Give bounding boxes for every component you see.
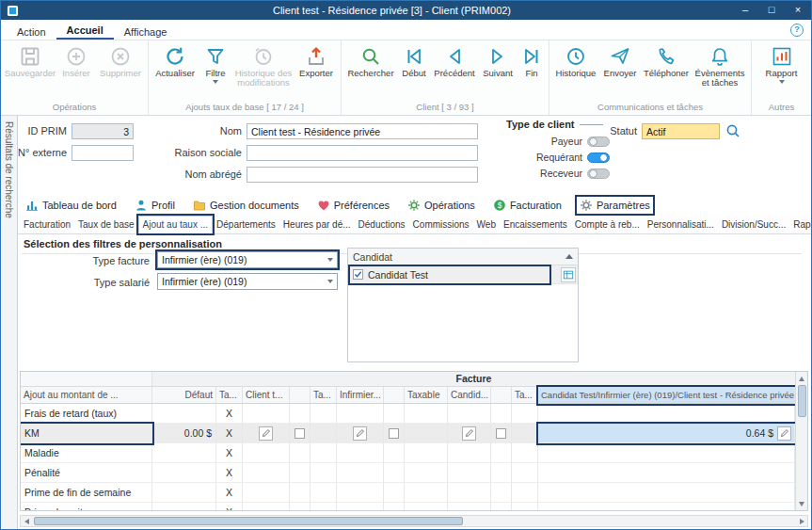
no-externe-field[interactable]: [72, 145, 134, 161]
grid-layout-icon[interactable]: [561, 267, 576, 282]
candidat-taxable-checkbox[interactable]: [496, 428, 506, 439]
client-taxable-checkbox[interactable]: [295, 428, 305, 439]
receveur-toggle[interactable]: [587, 169, 610, 179]
subtab-departements[interactable]: Départements: [213, 217, 279, 233]
report-button[interactable]: Rapport: [760, 43, 804, 84]
nom-field[interactable]: [247, 123, 478, 139]
column-header-spacer-1[interactable]: [290, 387, 310, 404]
table-row-prime-fin-semaine[interactable]: Prime de fin de semaine X: [21, 483, 795, 503]
table-row-prime-de-nuit[interactable]: Prime de nuit X: [21, 503, 795, 510]
band-spacer: [21, 372, 152, 386]
tab-tableau-de-bord[interactable]: Tableau de bord: [23, 197, 119, 214]
menu-tab-action[interactable]: Action: [7, 24, 56, 40]
filter-button[interactable]: Filtre: [199, 43, 232, 84]
column-header-defaut[interactable]: Défaut: [152, 387, 216, 404]
column-header-taxable-2[interactable]: Ta...: [310, 387, 337, 404]
edit-infirmier-value-icon[interactable]: [353, 426, 367, 441]
statut-search-icon[interactable]: [724, 122, 741, 139]
requerant-label: Requérant: [515, 150, 582, 166]
table-row-penalite[interactable]: Pénalité X: [21, 463, 795, 483]
history-modifications-button[interactable]: Historique des modifications: [232, 43, 295, 88]
subtab-taux-de-base[interactable]: Taux de base: [74, 217, 138, 233]
save-button[interactable]: Sauvegarder: [4, 43, 56, 78]
subtab-encaissements[interactable]: Encaissements: [500, 217, 571, 233]
subtab-compte-a-rebours[interactable]: Compte à reb...: [571, 217, 644, 233]
refresh-button[interactable]: Actualiser: [151, 43, 199, 78]
subtab-facturation[interactable]: Facturation: [20, 217, 74, 233]
scroll-left-icon[interactable]: [21, 516, 32, 526]
chevron-down-icon: [213, 80, 218, 84]
delete-button[interactable]: Supprimer: [96, 43, 145, 78]
subtab-commissions[interactable]: Commissions: [409, 217, 473, 233]
column-header-taxable-1[interactable]: Ta...: [216, 387, 243, 404]
tab-gestion-documents[interactable]: Gestion documents: [190, 197, 302, 214]
minimize-button[interactable]: –: [732, 1, 758, 20]
column-header-client[interactable]: Client t...: [243, 387, 290, 404]
maximize-button[interactable]: □: [758, 1, 785, 20]
tab-facturation[interactable]: $ Facturation: [490, 197, 565, 214]
history-button[interactable]: Historique: [552, 43, 599, 78]
table-row-km[interactable]: KM 0.00 $ X 0.64 $: [21, 424, 795, 443]
column-header-infirmier[interactable]: Infirmier...: [337, 387, 384, 404]
edit-client-value-icon[interactable]: [259, 426, 273, 441]
scroll-right-icon[interactable]: [796, 516, 807, 526]
type-salarie-select[interactable]: Infirmier (ère) (019): [157, 273, 338, 290]
scroll-up-icon[interactable]: [796, 373, 807, 384]
subtab-deductions[interactable]: Déductions: [355, 217, 409, 233]
insert-button[interactable]: Insérer: [56, 43, 96, 78]
candidat-checkbox[interactable]: [353, 269, 363, 280]
subtab-heures-par-departement[interactable]: Heures par dé...: [279, 217, 355, 233]
subtab-personnalisation[interactable]: Personnalisati...: [644, 217, 718, 233]
search-results-panel-tab[interactable]: Résultats de recherche: [1, 116, 18, 529]
send-button[interactable]: Envoyer: [599, 43, 641, 78]
edit-candidat-value-icon[interactable]: [462, 426, 476, 441]
table-row-frais-de-retard[interactable]: Frais de retard (taux) X: [21, 404, 795, 424]
horizontal-scrollbar-thumb[interactable]: [34, 517, 463, 525]
export-button[interactable]: Exporter: [295, 43, 338, 78]
requerant-toggle[interactable]: [587, 153, 610, 163]
nom-abrege-field[interactable]: [247, 167, 478, 183]
menu-tab-affichage[interactable]: Affichage: [114, 24, 178, 40]
phone-button[interactable]: Téléphoner: [641, 43, 692, 78]
tab-profil[interactable]: Profil: [132, 197, 178, 214]
horizontal-scrollbar[interactable]: [20, 515, 808, 527]
statut-field[interactable]: [642, 123, 720, 139]
no-externe-label: N° externe: [18, 145, 67, 161]
menu-tab-accueil[interactable]: Accueil: [56, 22, 114, 40]
candidat-column-header[interactable]: Candidat: [348, 249, 578, 265]
candidat-row[interactable]: Candidat Test: [348, 265, 578, 284]
column-header-spacer-2[interactable]: [384, 387, 405, 404]
raison-sociale-field[interactable]: [247, 145, 478, 161]
tab-preferences[interactable]: Préférences: [314, 197, 392, 214]
id-prim-field[interactable]: [72, 123, 134, 139]
column-header-spacer-3[interactable]: [491, 387, 512, 404]
close-button[interactable]: ×: [785, 1, 811, 20]
subtab-web[interactable]: Web: [473, 217, 500, 233]
facture-table: Facture Ajout au montant de ... Défaut T…: [20, 371, 808, 511]
events-tasks-button[interactable]: Évènements et tâches: [692, 43, 748, 88]
column-header-candidat[interactable]: Candid...: [448, 387, 491, 404]
column-header-taxable-4[interactable]: Ta...: [512, 387, 538, 404]
infirmier-taxable-checkbox[interactable]: [389, 428, 399, 439]
previous-record-button[interactable]: Précédent: [431, 43, 478, 78]
type-facture-select[interactable]: Infirmier (ère) (019): [157, 251, 338, 268]
previous-record-icon: [442, 44, 467, 69]
next-record-button[interactable]: Suivant: [478, 43, 517, 78]
subtab-ajout-au-taux[interactable]: Ajout au taux ...: [138, 216, 214, 233]
vertical-scrollbar[interactable]: [795, 372, 807, 510]
last-record-button[interactable]: Fin: [517, 43, 546, 78]
table-row-maladie[interactable]: Maladie X: [21, 443, 795, 463]
search-button[interactable]: Rechercher: [344, 43, 397, 78]
scroll-down-icon[interactable]: [796, 498, 807, 509]
first-record-button[interactable]: Début: [397, 43, 431, 78]
tab-operations[interactable]: Opérations: [405, 197, 478, 214]
tab-parametres[interactable]: Paramètres: [577, 197, 653, 214]
help-icon[interactable]: ?: [790, 24, 804, 37]
subtab-rapports[interactable]: Rapports: [789, 217, 812, 233]
column-header-ajout-au-montant[interactable]: Ajout au montant de ...: [21, 387, 152, 404]
vertical-scrollbar-thumb[interactable]: [798, 385, 806, 417]
column-header-taxable-3[interactable]: Taxable: [405, 387, 448, 404]
column-header-candidat-combo[interactable]: Candidat Test/Infirmier (ère) (019)/Clie…: [538, 387, 795, 404]
subtab-division-succursale[interactable]: Division/Succ...: [718, 217, 789, 233]
edit-km-rate-icon[interactable]: [777, 426, 791, 441]
